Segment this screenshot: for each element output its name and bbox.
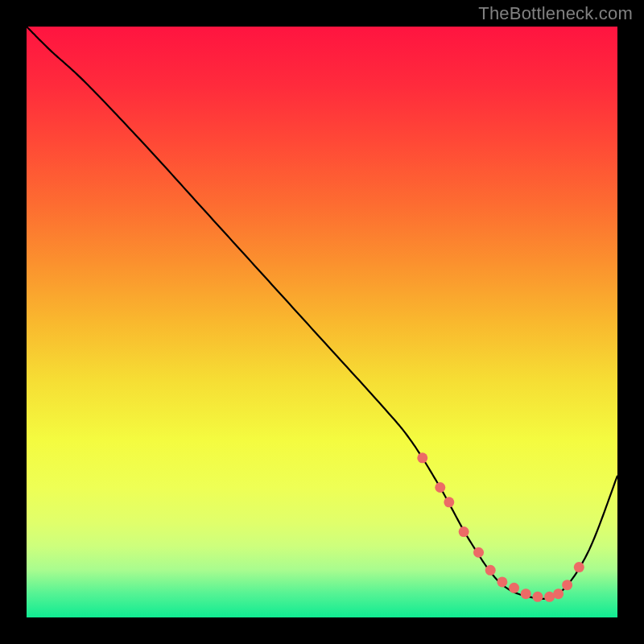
marker-point (532, 592, 543, 602)
plot-area (27, 27, 617, 617)
marker-point (435, 482, 445, 493)
chart-svg (27, 27, 617, 617)
marker-point (473, 547, 484, 558)
marker-point (544, 592, 555, 602)
marker-point (497, 576, 507, 587)
marker-point (562, 580, 572, 590)
marker-point (444, 497, 454, 507)
gradient-background (27, 27, 617, 617)
chart-stage: TheBottleneck.com (0, 0, 644, 644)
marker-point (417, 452, 427, 463)
marker-point (459, 526, 469, 537)
marker-point (574, 562, 584, 572)
marker-point (485, 565, 496, 576)
marker-point (509, 583, 519, 593)
attribution-label: TheBottleneck.com (478, 3, 633, 24)
marker-point (521, 588, 531, 599)
marker-point (553, 588, 564, 599)
